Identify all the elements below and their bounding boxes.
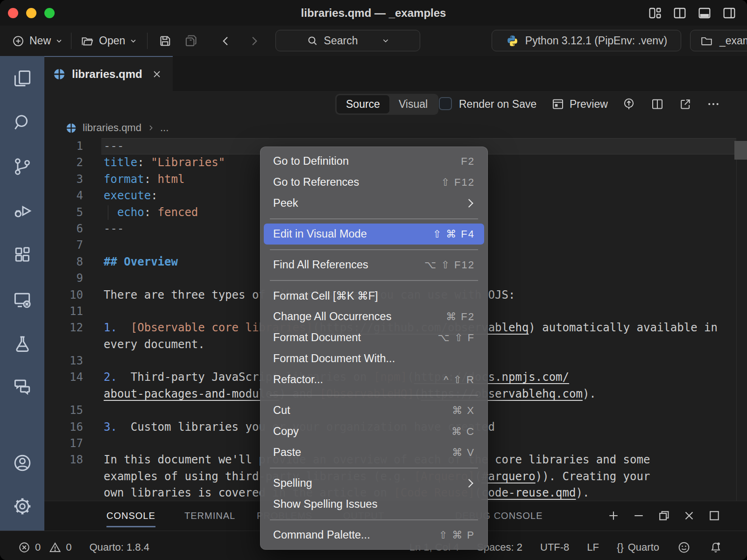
line-number: 18 xyxy=(44,452,83,468)
menu-separator xyxy=(261,463,487,473)
menu-item-format-document-with[interactable]: Format Document With... xyxy=(264,348,484,369)
comments-icon[interactable] xyxy=(12,376,33,396)
scrollbar-gutter-line xyxy=(736,160,737,501)
breadcrumb-file[interactable]: libraries.qmd xyxy=(83,122,141,134)
menu-item-command-palette[interactable]: Command Palette...⇧ ⌘ P xyxy=(264,525,484,546)
top-action-bar: New Open Search Python 3.12.1 (P xyxy=(0,26,747,56)
save-button[interactable] xyxy=(158,26,172,56)
menu-item-change-all-occurrences[interactable]: Change All Occurrences⌘ F2 xyxy=(264,306,484,327)
navigate-back-button[interactable] xyxy=(219,26,233,56)
toggle-panel-icon[interactable] xyxy=(697,6,712,21)
source-control-icon[interactable] xyxy=(12,156,33,177)
render-on-save-checkbox[interactable] xyxy=(439,97,452,110)
menu-item-peek[interactable]: Peek xyxy=(264,193,484,214)
save-all-icon xyxy=(183,33,198,49)
line-number: 11 xyxy=(44,303,83,320)
menu-shortcut: ^ ⇧ R xyxy=(444,374,475,386)
menu-shortcut: ⌥ ⇧ F xyxy=(438,332,475,344)
toolbar-divider xyxy=(71,33,71,49)
line-number: 1 xyxy=(44,138,83,154)
settings-gear-icon[interactable] xyxy=(12,496,33,517)
testing-icon[interactable] xyxy=(12,334,33,354)
menu-shortcut: ⌘ X xyxy=(452,405,475,417)
notifications-bell-icon[interactable] xyxy=(709,540,723,554)
problems-status[interactable]: 0 0 xyxy=(18,541,72,554)
warning-icon xyxy=(49,541,62,554)
visual-mode-button[interactable]: Visual xyxy=(389,95,437,113)
title-bar: libraries.qmd — _examples xyxy=(0,0,747,26)
navigate-forward-button[interactable] xyxy=(247,26,261,56)
close-tab-icon[interactable] xyxy=(151,69,162,80)
preview-icon xyxy=(551,97,565,111)
breadcrumb: libraries.qmd ... xyxy=(44,118,747,138)
sessions-icon[interactable] xyxy=(12,290,33,310)
language-mode-status[interactable]: {} Quarto xyxy=(617,541,659,553)
chevron-down-icon xyxy=(382,37,389,44)
menu-item-show-spelling-issues[interactable]: Show Spelling Issues xyxy=(264,494,484,515)
panel-tab-terminal[interactable]: TERMINAL xyxy=(184,501,235,531)
split-editor-icon[interactable] xyxy=(672,6,687,21)
customize-layout-icon[interactable] xyxy=(648,6,662,21)
panel-minimize-icon[interactable] xyxy=(632,509,646,523)
eol-status[interactable]: LF xyxy=(587,541,599,553)
plus-circle-icon xyxy=(12,35,25,48)
source-visual-toggle: Source Visual xyxy=(335,94,438,115)
panel-restore-icon[interactable] xyxy=(657,509,671,523)
menu-separator xyxy=(261,515,487,525)
tab-libraries-qmd[interactable]: libraries.qmd xyxy=(44,56,173,91)
new-button[interactable]: New xyxy=(12,26,63,56)
line-number: 13 xyxy=(44,353,83,369)
toggle-secondary-sidebar-icon[interactable] xyxy=(722,6,737,21)
menu-item-copy[interactable]: Copy⌘ C xyxy=(264,421,484,442)
workspace-selector[interactable]: _examples xyxy=(690,30,747,51)
new-button-label: New xyxy=(29,35,51,47)
menu-item-spelling[interactable]: Spelling xyxy=(264,473,484,494)
menu-item-format-cell-k-f[interactable]: Format Cell [⌘K ⌘F] xyxy=(264,285,484,306)
menu-item-go-to-definition[interactable]: Go to DefinitionF2 xyxy=(264,151,484,172)
line-number: 3 xyxy=(44,171,83,188)
more-actions-icon[interactable] xyxy=(706,97,720,111)
search-input[interactable]: Search xyxy=(275,30,420,51)
menu-shortcut: ⌘ C xyxy=(451,426,475,438)
menu-item-go-to-references[interactable]: Go to References⇧ F12 xyxy=(264,172,484,193)
open-in-new-window-icon[interactable] xyxy=(678,97,692,111)
menu-item-cut[interactable]: Cut⌘ X xyxy=(264,400,484,421)
split-editor-icon[interactable] xyxy=(650,97,664,111)
render-icon[interactable] xyxy=(622,97,636,111)
encoding-status[interactable]: UTF-8 xyxy=(540,541,569,553)
menu-shortcut: ⌘ V xyxy=(452,447,475,459)
interpreter-label: Python 3.12.1 (PipEnv: .venv) xyxy=(525,35,667,47)
search-sidebar-icon[interactable] xyxy=(12,112,33,133)
editor-scrollbar[interactable] xyxy=(734,141,747,160)
open-button[interactable]: Open xyxy=(80,26,137,56)
run-debug-icon[interactable] xyxy=(12,201,33,221)
interpreter-selector[interactable]: Python 3.12.1 (PipEnv: .venv) xyxy=(492,30,681,51)
source-mode-button[interactable]: Source xyxy=(337,95,389,113)
editor-context-menu: Go to DefinitionF2Go to References⇧ F12P… xyxy=(260,147,488,550)
render-on-save-label: Render on Save xyxy=(459,91,536,118)
preview-button[interactable]: Preview xyxy=(570,91,608,118)
panel-close-icon[interactable] xyxy=(682,509,696,523)
panel-add-icon[interactable] xyxy=(606,509,620,523)
menu-item-find-all-references[interactable]: Find All References⌥ ⇧ F12 xyxy=(264,254,484,275)
breadcrumb-more[interactable]: ... xyxy=(160,122,169,134)
feedback-smiley-icon[interactable] xyxy=(677,540,691,554)
menu-item-refactor[interactable]: Refactor...^ ⇧ R xyxy=(264,369,484,390)
account-icon[interactable] xyxy=(12,453,33,473)
chevron-down-icon xyxy=(130,37,137,44)
warning-count: 0 xyxy=(66,541,71,553)
menu-shortcut: ⌘ F2 xyxy=(446,311,475,323)
menu-item-format-document[interactable]: Format Document⌥ ⇧ F xyxy=(264,327,484,348)
menu-item-paste[interactable]: Paste⌘ V xyxy=(264,442,484,463)
line-number: 2 xyxy=(44,154,83,171)
explorer-icon[interactable] xyxy=(12,68,33,89)
panel-maximize-icon[interactable] xyxy=(707,509,721,523)
line-number: 16 xyxy=(44,419,83,435)
menu-item-edit-in-visual-mode[interactable]: Edit in Visual Mode⇧ ⌘ F4 xyxy=(264,224,484,245)
quarto-version-status[interactable]: Quarto: 1.8.4 xyxy=(90,541,149,553)
save-all-button[interactable] xyxy=(183,26,198,56)
tab-label: libraries.qmd xyxy=(72,68,142,81)
panel-tab-console[interactable]: CONSOLE xyxy=(106,501,155,531)
extensions-icon[interactable] xyxy=(12,245,33,266)
line-number: 17 xyxy=(44,435,83,452)
